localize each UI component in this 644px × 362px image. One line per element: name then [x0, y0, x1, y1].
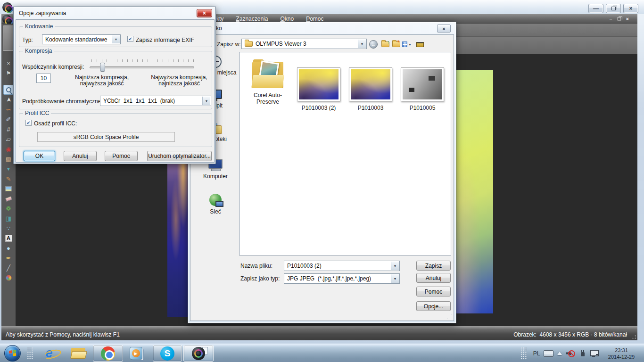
new-folder-button[interactable]: ＊ — [391, 40, 401, 49]
save-dialog-close-button[interactable]: × — [437, 25, 451, 33]
close-button[interactable]: × — [623, 4, 638, 13]
scroll-down-icon[interactable]: ▼ — [3, 164, 14, 174]
internet-explorer-button[interactable]: e — [41, 346, 58, 361]
mdi-close-button[interactable]: × — [626, 16, 629, 22]
encoding-type-combobox[interactable]: Kodowanie standardowe ▼ — [42, 34, 121, 44]
menu-okno[interactable]: Okno — [280, 16, 294, 22]
clock[interactable]: 23:31 2014-12-29 — [603, 344, 640, 362]
resize-grip-icon[interactable] — [446, 313, 452, 319]
embed-icc-checkbox[interactable] — [25, 120, 32, 126]
taskbar: e ▶ S PL 23:31 2014-12-29 — [0, 344, 644, 362]
save-dialog-body: Zapisz w: OLYMPUS Viewer 3 ▼ ← ↑ ＊ ▼ Ost… — [190, 34, 454, 321]
list-item-photo[interactable]: P1010005 — [398, 55, 447, 111]
briefcase-icon — [416, 42, 424, 47]
paintbrush-tool-icon[interactable]: ✎ — [3, 174, 14, 184]
docker-close-icon[interactable]: × — [3, 58, 14, 68]
minimize-button[interactable]: — — [588, 4, 603, 13]
cancel-button[interactable]: Anuluj — [64, 151, 97, 161]
desktop-folder-button[interactable] — [415, 40, 425, 49]
clock-date: 2014-12-29 — [608, 354, 635, 360]
back-button[interactable]: ← — [369, 40, 378, 49]
subsampling-label: Podpróbkowanie chromatyczne: — [22, 98, 103, 105]
mask-tool-icon[interactable]: ▱ — [3, 134, 14, 144]
status-hint: Aby skorzystać z Pomocy, naciśnij klawis… — [1, 331, 120, 338]
pen-tool-icon[interactable]: ✒ — [3, 253, 14, 263]
file-name-combobox[interactable]: P1010003 (2) ▼ — [284, 261, 400, 271]
compression-slider-track[interactable] — [90, 66, 194, 68]
text-tool-icon[interactable]: A — [3, 233, 14, 243]
ok-button[interactable]: OK — [24, 151, 55, 161]
chevron-down-icon[interactable]: ▼ — [391, 262, 399, 270]
docker-pin-icon[interactable]: ⚑ — [3, 68, 14, 78]
help-button[interactable]: Pomoc — [416, 287, 451, 296]
place-network[interactable]: Sieć — [194, 194, 237, 215]
high-compression-label: Najwyższa kompresja, najniższa jakość — [140, 74, 218, 87]
network-icon — [590, 350, 599, 357]
view-menu-button[interactable]: ▼ — [402, 40, 412, 49]
options-dialog-close-button[interactable]: × — [197, 9, 212, 17]
list-item-folder[interactable]: Corel Auto-Preserve — [243, 55, 292, 105]
smudge-tool-icon[interactable]: ╱ — [3, 263, 14, 273]
compression-value-field[interactable]: 10 — [36, 74, 51, 83]
start-button[interactable] — [4, 345, 21, 362]
app-camera-icon — [2, 2, 12, 12]
explorer-button[interactable] — [70, 346, 87, 361]
clone-tool-icon[interactable]: ▩ — [3, 154, 14, 164]
icc-group: Profil ICC — [19, 113, 212, 147]
menu-pomoc[interactable]: Pomoc — [306, 16, 323, 22]
file-list: Corel Auto-Preserve P1010003 (2) P101000… — [239, 52, 451, 255]
encoding-type-value: Kodowanie standardowe — [45, 36, 107, 43]
chevron-down-icon[interactable]: ▼ — [358, 40, 366, 48]
compression-slider-thumb[interactable] — [100, 63, 105, 72]
chrome-button[interactable] — [93, 345, 123, 362]
list-item-photo[interactable]: P1010003 — [346, 55, 395, 111]
save-button[interactable]: Zapisz — [416, 261, 451, 271]
run-optimizer-button[interactable]: Uruchom optymalizator... — [147, 151, 212, 161]
mdi-restore-button[interactable] — [617, 17, 621, 21]
palette-tool-icon[interactable] — [3, 273, 14, 283]
options-dialog-body: Kodowanie Typ: Kodowanie standardowe ▼ Z… — [16, 19, 215, 163]
fill-tool-icon[interactable]: ◨ — [3, 214, 14, 223]
lasso-tool-icon[interactable]: ∽ — [3, 105, 14, 115]
chevron-up-icon — [557, 352, 562, 355]
touchup-tool-icon[interactable]: ❁ — [3, 204, 14, 214]
save-options-dialog: Opcje zapisywania × Kodowanie Typ: Kodow… — [13, 7, 216, 164]
chevron-down-icon[interactable]: ▼ — [391, 274, 399, 283]
list-item-photo[interactable]: P1010003 (2) — [294, 55, 343, 111]
options-button[interactable]: Opcje... — [416, 301, 451, 311]
chevron-down-icon[interactable]: ▼ — [112, 35, 120, 43]
photo-viewer-button[interactable] — [183, 345, 214, 362]
mdi-minimize-button[interactable]: – — [609, 16, 612, 22]
cancel-button[interactable]: Anuluj — [416, 273, 451, 283]
safely-remove-tray-button[interactable] — [578, 344, 587, 362]
windows-logo-icon — [9, 350, 16, 357]
network-tray-button[interactable] — [589, 344, 600, 362]
exif-checkbox[interactable] — [127, 36, 133, 42]
eraser-tool-icon[interactable] — [3, 194, 14, 204]
up-one-level-button[interactable]: ↑ — [380, 40, 390, 49]
media-player-button[interactable]: ▶ — [126, 346, 145, 361]
taskbar-grip-icon[interactable] — [27, 347, 33, 360]
zoom-tool-icon[interactable] — [3, 85, 14, 95]
skype-button[interactable]: S — [153, 345, 182, 362]
location-combobox[interactable]: OLYMPUS Viewer 3 ▼ — [241, 39, 367, 49]
media-player-icon: ▶ — [130, 347, 142, 360]
help-button[interactable]: Pomoc — [105, 151, 138, 161]
keyboard-tray-button[interactable] — [542, 344, 554, 362]
spray-tool-icon[interactable]: ∵ — [3, 223, 14, 233]
language-indicator[interactable]: PL — [531, 344, 542, 362]
subsampling-combobox[interactable]: YCbCr 1x1 1x1 1x1 (brak) ▼ — [100, 96, 211, 106]
volume-tray-button[interactable] — [565, 344, 576, 362]
red-eye-tool-icon[interactable]: ◉ — [3, 144, 14, 154]
callout-tool-icon[interactable]: ● — [3, 243, 14, 253]
crop-tool-icon[interactable]: # — [3, 124, 14, 134]
show-hidden-icons-button[interactable] — [555, 344, 564, 362]
chevron-down-icon[interactable]: ▼ — [202, 97, 210, 105]
file-type-combobox[interactable]: JPG JPEG (*.jpg,*.jif,*.jpe,*.jpeg) ▼ — [284, 273, 400, 284]
effect-tool-icon[interactable] — [3, 184, 14, 194]
restore-button[interactable] — [606, 4, 621, 13]
pointer-tool-icon[interactable]: ➤ — [4, 95, 14, 105]
menu-zaznaczenia[interactable]: Zaznaczenia — [236, 16, 268, 22]
eyedropper-tool-icon[interactable]: ✐ — [3, 115, 14, 124]
tray-grip-icon[interactable] — [520, 347, 527, 360]
